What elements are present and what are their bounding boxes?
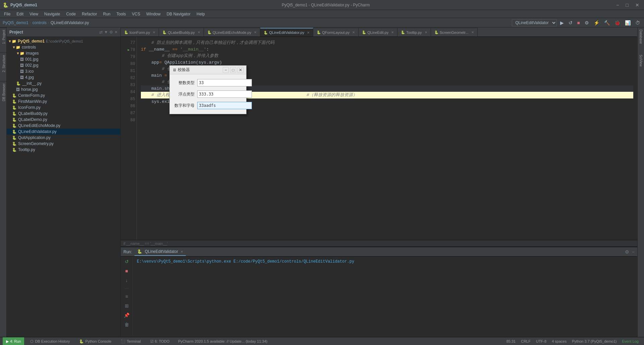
build-button[interactable]: 🔨 xyxy=(603,19,611,26)
bottom-tab-python-console[interactable]: 🐍 Python Console xyxy=(76,337,115,345)
delete-button[interactable]: 🗑 xyxy=(123,321,130,328)
tab-qlabelbuddy[interactable]: 🐍 QLabelBuddy.py ✕ xyxy=(159,28,204,37)
breadcrumb-folder[interactable]: controls xyxy=(33,20,47,25)
menu-run[interactable]: Run xyxy=(100,11,113,17)
menu-code[interactable]: Code xyxy=(63,11,78,17)
encoding[interactable]: UTF-8 xyxy=(536,339,546,343)
menu-window[interactable]: Window xyxy=(144,11,163,17)
gear-icon[interactable]: ⚙ xyxy=(583,19,590,26)
run-settings-icon[interactable]: ⚙ xyxy=(625,249,629,255)
coverage-button[interactable]: 📊 xyxy=(624,19,632,26)
menu-view[interactable]: View xyxy=(27,11,41,17)
validator-select[interactable]: QLineEditValidator xyxy=(512,19,557,26)
menu-help[interactable]: Help xyxy=(194,11,208,17)
minimize-button[interactable]: − xyxy=(614,2,621,8)
tree-root[interactable]: ▼📁 PyQt5_demo1 E:\code\PyQt5_demo1 xyxy=(7,38,120,44)
dialog-input-float[interactable] xyxy=(197,90,252,98)
menu-tools[interactable]: Tools xyxy=(114,11,128,17)
tree-centerform[interactable]: 🐍 CenterForm.py xyxy=(7,92,120,98)
tab-qlineeditechomode[interactable]: 🐍 QLineEditEchoMode.py ✕ xyxy=(204,28,261,37)
fold-button[interactable]: ⊞ xyxy=(124,302,130,309)
tab-qlinevalidator-close[interactable]: ✕ xyxy=(307,31,310,34)
menu-edit[interactable]: Edit xyxy=(14,11,26,17)
bottom-tab-todo[interactable]: ☑ 6: TODO xyxy=(147,337,173,345)
tree-controls-folder[interactable]: ▼📁 controls xyxy=(7,44,120,50)
menu-vcs[interactable]: VCS xyxy=(129,11,143,17)
tab-screengeometry[interactable]: 🐍 ScreenGeometr... ✕ xyxy=(431,28,478,37)
tab-qlabelbuddy-close[interactable]: ✕ xyxy=(198,30,200,34)
dialog-input-integer[interactable] xyxy=(197,79,252,86)
menu-db-navigator[interactable]: DB Navigator xyxy=(164,11,193,17)
tree-init-py[interactable]: 🐍 __init__.py xyxy=(7,80,120,86)
debug-button[interactable]: 🐞 xyxy=(613,19,622,26)
bottom-tab-terminal[interactable]: ⬛ Terminal xyxy=(117,337,144,345)
tab-qlineeditvalidator[interactable]: 🐍 QLineEditValidator.py ✕ xyxy=(260,28,313,37)
bottom-tab-run[interactable]: ▶ 4: Run xyxy=(3,337,24,345)
dialog-title-bar[interactable]: 🖥 校验器 − □ ✕ xyxy=(170,66,246,74)
tree-images-folder[interactable]: ▼📁 images xyxy=(7,50,120,56)
tab-tooltip[interactable]: 🐍 Tooltip.py ✕ xyxy=(397,28,431,37)
tab-qlineechomode-close[interactable]: ✕ xyxy=(254,30,257,34)
tree-4jpg[interactable]: 🖼 4.jpg xyxy=(7,74,120,80)
tab-qformlayout[interactable]: 🐍 QFormLayout.py ✕ xyxy=(313,28,359,37)
settings-button[interactable]: ⚡ xyxy=(592,19,601,26)
tree-iconform[interactable]: 🐍 IconForm.py xyxy=(7,105,120,111)
sidebar-item-structure[interactable]: 2: Structure xyxy=(0,53,6,74)
indent-setting[interactable]: 4 spaces xyxy=(552,339,567,343)
tree-qlineeditvalidator[interactable]: 🐍 QLineEditValidator.py xyxy=(7,129,120,135)
breadcrumb-project[interactable]: PyQt5_demo1 xyxy=(3,20,29,25)
bottom-tab-db-execution[interactable]: ⬡ DB Execution History xyxy=(27,337,73,345)
sidebar-item-db-browser[interactable]: DB Browser xyxy=(0,81,6,103)
run-tab-qlinevalidator[interactable]: 🐍 QLineEditValidator ✕ xyxy=(135,248,186,256)
close-button[interactable]: ✕ xyxy=(633,2,641,8)
menu-refactor[interactable]: Refactor xyxy=(79,11,100,17)
line-endings[interactable]: CRLF xyxy=(521,339,531,343)
scroll-down-button[interactable]: ↓ xyxy=(124,277,129,284)
tree-002jpg[interactable]: 🖼 002.jpg xyxy=(7,62,120,68)
rerun-button[interactable]: ↺ xyxy=(567,19,574,26)
tab-tooltip-close[interactable]: ✕ xyxy=(425,30,427,34)
tab-iconform-close[interactable]: ✕ xyxy=(153,30,155,34)
menu-file[interactable]: File xyxy=(1,11,13,17)
tab-iconform[interactable]: 🐍 IconForm.py ✕ xyxy=(121,28,159,37)
rerun-run-button[interactable]: ↺ xyxy=(124,258,130,265)
menu-navigate[interactable]: Navigate xyxy=(42,11,63,17)
sync-button[interactable]: ⇄ xyxy=(99,30,103,34)
tab-qlineedit[interactable]: 🐍 QLineEdit.py ✕ xyxy=(359,28,397,37)
sidebar-item-database[interactable]: Database xyxy=(638,27,643,46)
tree-tooltip[interactable]: 🐍 Tooltip.py xyxy=(7,147,120,153)
dialog-maximize-button[interactable]: □ xyxy=(230,67,236,73)
tree-qlabeldemo[interactable]: 🐍 QLabelDemo.py xyxy=(7,117,120,123)
run-tab-close[interactable]: ✕ xyxy=(180,250,183,254)
tree-3ico[interactable]: 🖼 3.ico xyxy=(7,68,120,74)
tab-screengeometry-close[interactable]: ✕ xyxy=(471,30,474,34)
tree-quitapplication[interactable]: 🐍 QuitApplication.py xyxy=(7,135,120,141)
pin-button[interactable]: 📌 xyxy=(123,312,130,319)
settings-icon[interactable]: ⚙ xyxy=(109,30,113,34)
tab-qlineedit-close[interactable]: ✕ xyxy=(391,30,394,34)
event-log[interactable]: Event Log xyxy=(622,339,639,343)
dialog-close-button[interactable]: ✕ xyxy=(237,67,244,73)
soft-wrap-button[interactable]: ≡ xyxy=(124,293,129,300)
tree-firstmainwin[interactable]: 🐍 FirstMainWin.py xyxy=(7,98,120,105)
stop-run-button[interactable]: ■ xyxy=(124,267,129,275)
tree-screengeometry[interactable]: 🐍 ScreenGeometry.py xyxy=(7,141,120,147)
tab-qformlayout-close[interactable]: ✕ xyxy=(352,30,355,34)
run-config-button[interactable]: ▶ xyxy=(559,19,565,26)
maximize-button[interactable]: □ xyxy=(624,2,631,8)
profile-button[interactable]: ⏱ xyxy=(634,19,641,26)
tree-001jpg[interactable]: 🖼 001.jpg xyxy=(7,56,120,62)
cursor-position[interactable]: 85:31 xyxy=(506,339,516,343)
tree-horse-jpg[interactable]: 🖼 horse.jpg xyxy=(7,86,120,92)
tree-qlineeditechodmode[interactable]: 🐍 QLineEditEchoMode.py xyxy=(7,123,120,129)
dialog-minimize-button[interactable]: − xyxy=(223,67,229,73)
sidebar-item-project[interactable]: 1: Project xyxy=(0,27,6,46)
stop-button[interactable]: ■ xyxy=(576,19,581,26)
python-version[interactable]: Python 3.7 (PyQt5_demo1) xyxy=(572,339,616,343)
close-panel-button[interactable]: ✕ xyxy=(114,30,118,34)
sidebar-item-sciview[interactable]: SciView xyxy=(638,53,643,68)
run-minimize-icon[interactable]: − xyxy=(632,249,635,255)
collapse-button[interactable]: ▼ xyxy=(104,30,108,34)
tree-qlabelbuddy[interactable]: 🐍 QLabelBuddy.py xyxy=(7,111,120,117)
dialog-input-alphanumeric[interactable] xyxy=(197,102,252,109)
